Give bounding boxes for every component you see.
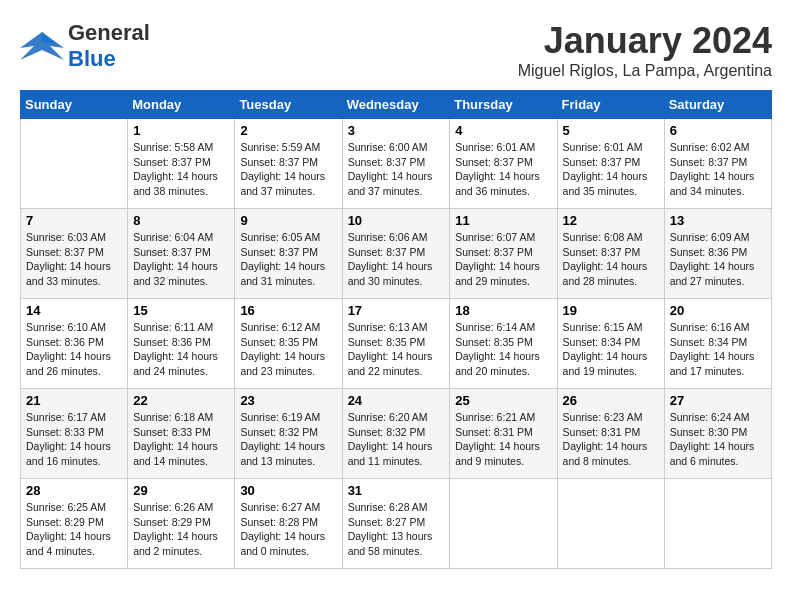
- day-number: 24: [348, 393, 445, 408]
- day-info: Sunrise: 6:15 AM Sunset: 8:34 PM Dayligh…: [563, 320, 659, 379]
- day-info: Sunrise: 6:25 AM Sunset: 8:29 PM Dayligh…: [26, 500, 122, 559]
- day-number: 2: [240, 123, 336, 138]
- calendar-cell: 23Sunrise: 6:19 AM Sunset: 8:32 PM Dayli…: [235, 389, 342, 479]
- logo-bird-icon: [20, 28, 64, 64]
- day-info: Sunrise: 6:18 AM Sunset: 8:33 PM Dayligh…: [133, 410, 229, 469]
- day-info: Sunrise: 6:24 AM Sunset: 8:30 PM Dayligh…: [670, 410, 766, 469]
- day-info: Sunrise: 6:10 AM Sunset: 8:36 PM Dayligh…: [26, 320, 122, 379]
- day-number: 17: [348, 303, 445, 318]
- logo-blue: Blue: [68, 46, 116, 71]
- calendar-header: SundayMondayTuesdayWednesdayThursdayFrid…: [21, 91, 772, 119]
- header-day-wednesday: Wednesday: [342, 91, 450, 119]
- day-info: Sunrise: 6:23 AM Sunset: 8:31 PM Dayligh…: [563, 410, 659, 469]
- day-info: Sunrise: 6:12 AM Sunset: 8:35 PM Dayligh…: [240, 320, 336, 379]
- page-header: General Blue January 2024 Miguel Riglos,…: [20, 20, 772, 80]
- calendar-cell: 1Sunrise: 5:58 AM Sunset: 8:37 PM Daylig…: [128, 119, 235, 209]
- day-number: 21: [26, 393, 122, 408]
- calendar-cell: 12Sunrise: 6:08 AM Sunset: 8:37 PM Dayli…: [557, 209, 664, 299]
- calendar-cell: 21Sunrise: 6:17 AM Sunset: 8:33 PM Dayli…: [21, 389, 128, 479]
- calendar-week-5: 28Sunrise: 6:25 AM Sunset: 8:29 PM Dayli…: [21, 479, 772, 569]
- calendar-cell: 19Sunrise: 6:15 AM Sunset: 8:34 PM Dayli…: [557, 299, 664, 389]
- day-info: Sunrise: 6:05 AM Sunset: 8:37 PM Dayligh…: [240, 230, 336, 289]
- day-info: Sunrise: 6:19 AM Sunset: 8:32 PM Dayligh…: [240, 410, 336, 469]
- header-day-saturday: Saturday: [664, 91, 771, 119]
- day-number: 1: [133, 123, 229, 138]
- calendar-cell: 11Sunrise: 6:07 AM Sunset: 8:37 PM Dayli…: [450, 209, 557, 299]
- calendar-cell: 6Sunrise: 6:02 AM Sunset: 8:37 PM Daylig…: [664, 119, 771, 209]
- day-info: Sunrise: 6:03 AM Sunset: 8:37 PM Dayligh…: [26, 230, 122, 289]
- header-day-friday: Friday: [557, 91, 664, 119]
- day-info: Sunrise: 6:20 AM Sunset: 8:32 PM Dayligh…: [348, 410, 445, 469]
- logo: General Blue: [20, 20, 150, 72]
- title-block: January 2024 Miguel Riglos, La Pampa, Ar…: [518, 20, 772, 80]
- day-info: Sunrise: 6:04 AM Sunset: 8:37 PM Dayligh…: [133, 230, 229, 289]
- calendar-body: 1Sunrise: 5:58 AM Sunset: 8:37 PM Daylig…: [21, 119, 772, 569]
- calendar-table: SundayMondayTuesdayWednesdayThursdayFrid…: [20, 90, 772, 569]
- calendar-week-2: 7Sunrise: 6:03 AM Sunset: 8:37 PM Daylig…: [21, 209, 772, 299]
- day-info: Sunrise: 6:26 AM Sunset: 8:29 PM Dayligh…: [133, 500, 229, 559]
- calendar-cell: 14Sunrise: 6:10 AM Sunset: 8:36 PM Dayli…: [21, 299, 128, 389]
- calendar-cell: 28Sunrise: 6:25 AM Sunset: 8:29 PM Dayli…: [21, 479, 128, 569]
- day-number: 4: [455, 123, 551, 138]
- day-info: Sunrise: 6:13 AM Sunset: 8:35 PM Dayligh…: [348, 320, 445, 379]
- calendar-cell: 15Sunrise: 6:11 AM Sunset: 8:36 PM Dayli…: [128, 299, 235, 389]
- header-day-thursday: Thursday: [450, 91, 557, 119]
- calendar-cell: [557, 479, 664, 569]
- calendar-cell: 18Sunrise: 6:14 AM Sunset: 8:35 PM Dayli…: [450, 299, 557, 389]
- calendar-cell: 30Sunrise: 6:27 AM Sunset: 8:28 PM Dayli…: [235, 479, 342, 569]
- calendar-cell: 17Sunrise: 6:13 AM Sunset: 8:35 PM Dayli…: [342, 299, 450, 389]
- day-number: 11: [455, 213, 551, 228]
- calendar-cell: 25Sunrise: 6:21 AM Sunset: 8:31 PM Dayli…: [450, 389, 557, 479]
- day-info: Sunrise: 6:08 AM Sunset: 8:37 PM Dayligh…: [563, 230, 659, 289]
- calendar-week-4: 21Sunrise: 6:17 AM Sunset: 8:33 PM Dayli…: [21, 389, 772, 479]
- day-number: 30: [240, 483, 336, 498]
- day-info: Sunrise: 6:16 AM Sunset: 8:34 PM Dayligh…: [670, 320, 766, 379]
- day-number: 26: [563, 393, 659, 408]
- logo-general: General: [68, 20, 150, 45]
- day-number: 9: [240, 213, 336, 228]
- calendar-cell: [664, 479, 771, 569]
- day-info: Sunrise: 6:28 AM Sunset: 8:27 PM Dayligh…: [348, 500, 445, 559]
- day-number: 22: [133, 393, 229, 408]
- day-number: 18: [455, 303, 551, 318]
- calendar-cell: 9Sunrise: 6:05 AM Sunset: 8:37 PM Daylig…: [235, 209, 342, 299]
- calendar-cell: [450, 479, 557, 569]
- day-info: Sunrise: 6:00 AM Sunset: 8:37 PM Dayligh…: [348, 140, 445, 199]
- calendar-cell: 16Sunrise: 6:12 AM Sunset: 8:35 PM Dayli…: [235, 299, 342, 389]
- day-number: 27: [670, 393, 766, 408]
- calendar-cell: 8Sunrise: 6:04 AM Sunset: 8:37 PM Daylig…: [128, 209, 235, 299]
- calendar-cell: 4Sunrise: 6:01 AM Sunset: 8:37 PM Daylig…: [450, 119, 557, 209]
- day-info: Sunrise: 5:59 AM Sunset: 8:37 PM Dayligh…: [240, 140, 336, 199]
- calendar-cell: 2Sunrise: 5:59 AM Sunset: 8:37 PM Daylig…: [235, 119, 342, 209]
- header-day-monday: Monday: [128, 91, 235, 119]
- calendar-cell: 20Sunrise: 6:16 AM Sunset: 8:34 PM Dayli…: [664, 299, 771, 389]
- day-number: 29: [133, 483, 229, 498]
- day-number: 6: [670, 123, 766, 138]
- day-number: 14: [26, 303, 122, 318]
- calendar-cell: 26Sunrise: 6:23 AM Sunset: 8:31 PM Dayli…: [557, 389, 664, 479]
- day-number: 13: [670, 213, 766, 228]
- day-number: 7: [26, 213, 122, 228]
- svg-marker-1: [42, 32, 56, 44]
- calendar-cell: 29Sunrise: 6:26 AM Sunset: 8:29 PM Dayli…: [128, 479, 235, 569]
- day-info: Sunrise: 6:07 AM Sunset: 8:37 PM Dayligh…: [455, 230, 551, 289]
- day-number: 20: [670, 303, 766, 318]
- day-number: 28: [26, 483, 122, 498]
- day-number: 15: [133, 303, 229, 318]
- calendar-cell: 22Sunrise: 6:18 AM Sunset: 8:33 PM Dayli…: [128, 389, 235, 479]
- day-info: Sunrise: 6:11 AM Sunset: 8:36 PM Dayligh…: [133, 320, 229, 379]
- header-row: SundayMondayTuesdayWednesdayThursdayFrid…: [21, 91, 772, 119]
- day-info: Sunrise: 6:14 AM Sunset: 8:35 PM Dayligh…: [455, 320, 551, 379]
- calendar-cell: 24Sunrise: 6:20 AM Sunset: 8:32 PM Dayli…: [342, 389, 450, 479]
- page-title: January 2024: [518, 20, 772, 62]
- day-number: 23: [240, 393, 336, 408]
- day-info: Sunrise: 5:58 AM Sunset: 8:37 PM Dayligh…: [133, 140, 229, 199]
- day-number: 5: [563, 123, 659, 138]
- day-info: Sunrise: 6:01 AM Sunset: 8:37 PM Dayligh…: [563, 140, 659, 199]
- day-number: 8: [133, 213, 229, 228]
- page-subtitle: Miguel Riglos, La Pampa, Argentina: [518, 62, 772, 80]
- day-info: Sunrise: 6:27 AM Sunset: 8:28 PM Dayligh…: [240, 500, 336, 559]
- calendar-cell: [21, 119, 128, 209]
- calendar-cell: 7Sunrise: 6:03 AM Sunset: 8:37 PM Daylig…: [21, 209, 128, 299]
- calendar-week-3: 14Sunrise: 6:10 AM Sunset: 8:36 PM Dayli…: [21, 299, 772, 389]
